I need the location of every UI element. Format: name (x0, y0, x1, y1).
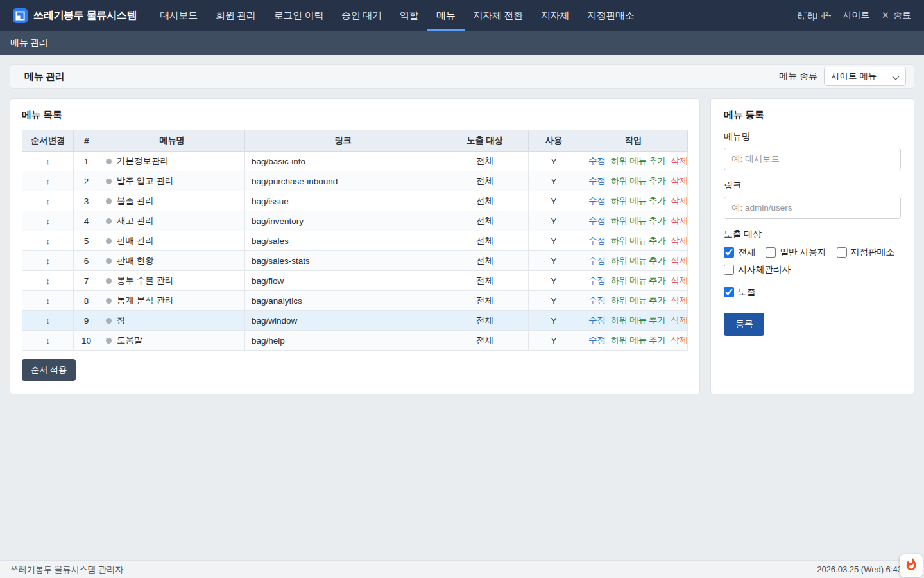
menu-link-input[interactable] (724, 197, 901, 219)
use-flag: Y (529, 152, 579, 171)
edit-link[interactable]: 수정 (588, 315, 605, 325)
nav-item-approval[interactable]: 승인 대기 (332, 0, 391, 31)
debug-toolbar-button[interactable] (900, 554, 923, 577)
drag-handle[interactable]: ↕ (22, 291, 74, 311)
target-checkbox-input-designated-store[interactable] (837, 247, 847, 258)
table-row: ↕2발주 입고 관리bag/purchase-inbound전체Y수정하위 메뉴… (22, 171, 688, 191)
flame-icon (904, 557, 918, 574)
drag-handle[interactable]: ↕ (22, 211, 74, 231)
delete-link[interactable]: 삭제 (671, 216, 688, 225)
logout-button[interactable]: ✕ 종료 (881, 10, 911, 21)
nav-item-gov[interactable]: 지자체 (532, 0, 578, 31)
menu-name-cell: 통계 분석 관리 (99, 291, 245, 311)
delete-link[interactable]: 삭제 (671, 335, 688, 345)
delete-link[interactable]: 삭제 (671, 196, 688, 206)
target-checkbox-input-all[interactable] (724, 247, 734, 258)
menu-name-cell: 봉투 수불 관리 (99, 271, 245, 291)
target-checkbox-designated-store[interactable]: 지정판매소 (837, 247, 895, 258)
add-child-menu-link[interactable]: 하위 메뉴 추가 (610, 315, 665, 325)
target-checkbox-general-user[interactable]: 일반 사용자 (766, 247, 826, 258)
delete-link[interactable]: 삭제 (671, 315, 688, 325)
drag-handle[interactable]: ↕ (22, 271, 74, 291)
edit-link[interactable]: 수정 (588, 276, 605, 285)
use-flag: Y (529, 231, 579, 251)
add-child-menu-link[interactable]: 하위 메뉴 추가 (610, 156, 665, 166)
edit-link[interactable]: 수정 (588, 176, 605, 186)
visible-checkbox-input[interactable] (724, 287, 734, 297)
add-child-menu-link[interactable]: 하위 메뉴 추가 (610, 276, 665, 285)
nav-item-login-history[interactable]: 로그인 이력 (265, 0, 332, 31)
drag-handle[interactable]: ↕ (22, 152, 74, 171)
delete-link[interactable]: 삭제 (671, 176, 688, 186)
main-nav: 대시보드회원 관리로그인 이력승인 대기역할메뉴지자체 전환지자체지정판매소 (151, 0, 797, 31)
menu-register-title: 메뉴 등록 (724, 109, 901, 121)
menu-name-cell: 재고 관리 (99, 211, 245, 231)
table-row: ↕3불출 관리bag/issue전체Y수정하위 메뉴 추가삭제 (22, 191, 688, 211)
edit-link[interactable]: 수정 (588, 196, 605, 206)
add-child-menu-link[interactable]: 하위 메뉴 추가 (610, 216, 665, 225)
drag-handle[interactable]: ↕ (22, 331, 74, 351)
drag-handle[interactable]: ↕ (22, 251, 74, 271)
delete-link[interactable]: 삭제 (671, 295, 688, 305)
drag-handle[interactable]: ↕ (22, 311, 74, 331)
edit-link[interactable]: 수정 (588, 236, 605, 245)
nav-item-stores[interactable]: 지정판매소 (578, 0, 644, 31)
menu-name-cell: 기본정보관리 (99, 152, 245, 171)
register-button[interactable]: 등록 (724, 313, 764, 336)
apply-order-button[interactable]: 순서 적용 (22, 359, 76, 381)
visible-checkbox[interactable]: 노출 (724, 286, 901, 298)
menu-link: bag/issue (245, 191, 441, 211)
menu-link: bag/sales (245, 231, 441, 251)
row-actions: 수정하위 메뉴 추가삭제 (579, 211, 688, 231)
add-child-menu-link[interactable]: 하위 메뉴 추가 (610, 335, 665, 345)
site-link[interactable]: 사이트 (843, 10, 869, 21)
add-child-menu-link[interactable]: 하위 메뉴 추가 (610, 176, 665, 186)
checkbox-label: 지자체관리자 (738, 264, 791, 276)
menu-type-select[interactable]: 사이트 메뉴 (824, 67, 906, 86)
target-checkbox-gov-admin[interactable]: 지자체관리자 (724, 264, 791, 276)
bullet-icon (106, 318, 112, 324)
edit-link[interactable]: 수정 (588, 256, 605, 265)
drag-handle[interactable]: ↕ (22, 171, 74, 191)
delete-link[interactable]: 삭제 (671, 256, 688, 265)
nav-item-roles[interactable]: 역할 (391, 0, 427, 31)
row-number: 9 (74, 311, 99, 331)
checkbox-label: 일반 사용자 (780, 247, 826, 258)
row-number: 8 (74, 291, 99, 311)
menu-name-input[interactable] (724, 148, 901, 170)
delete-link[interactable]: 삭제 (671, 236, 688, 245)
use-flag: Y (529, 171, 579, 191)
nav-item-dashboard[interactable]: 대시보드 (151, 0, 207, 31)
breadcrumb: 메뉴 관리 (10, 37, 47, 49)
brand[interactable]: 쓰레기봉투 물류시스템 (13, 8, 137, 23)
expose-target-value: 전체 (441, 311, 529, 331)
drag-handle[interactable]: ↕ (22, 191, 74, 211)
add-child-menu-link[interactable]: 하위 메뉴 추가 (610, 256, 665, 265)
menu-link: bag/basic-info (245, 152, 441, 171)
target-checkbox-input-general-user[interactable] (766, 247, 776, 258)
add-child-menu-link[interactable]: 하위 메뉴 추가 (610, 236, 665, 245)
target-checkbox-input-gov-admin[interactable] (724, 265, 734, 275)
nav-item-members[interactable]: 회원 관리 (207, 0, 265, 31)
nav-item-gov-switch[interactable]: 지자체 전환 (465, 0, 532, 31)
nav-item-menu[interactable]: 메뉴 (427, 0, 464, 31)
edit-link[interactable]: 수정 (588, 216, 605, 225)
column-header-6: 작업 (579, 130, 688, 152)
add-child-menu-link[interactable]: 하위 메뉴 추가 (610, 196, 665, 206)
menu-link-label: 링크 (724, 180, 901, 191)
delete-link[interactable]: 삭제 (671, 156, 688, 166)
delete-link[interactable]: 삭제 (671, 276, 688, 285)
menu-link: bag/help (245, 331, 441, 351)
add-child-menu-link[interactable]: 하위 메뉴 추가 (610, 295, 665, 305)
page-header: 메뉴 관리 메뉴 종류 사이트 메뉴 (10, 64, 914, 89)
edit-link[interactable]: 수정 (588, 335, 605, 345)
row-actions: 수정하위 메뉴 추가삭제 (579, 171, 688, 191)
app-logo-icon (13, 8, 28, 23)
edit-link[interactable]: 수정 (588, 295, 605, 305)
edit-link[interactable]: 수정 (588, 156, 605, 166)
drag-handle[interactable]: ↕ (22, 231, 74, 251)
table-row: ↕8통계 분석 관리bag/analytics전체Y수정하위 메뉴 추가삭제 (22, 291, 688, 311)
row-number: 7 (74, 271, 99, 291)
target-checkbox-all[interactable]: 전체 (724, 247, 755, 258)
breadcrumb-bar: 메뉴 관리 (0, 31, 924, 55)
